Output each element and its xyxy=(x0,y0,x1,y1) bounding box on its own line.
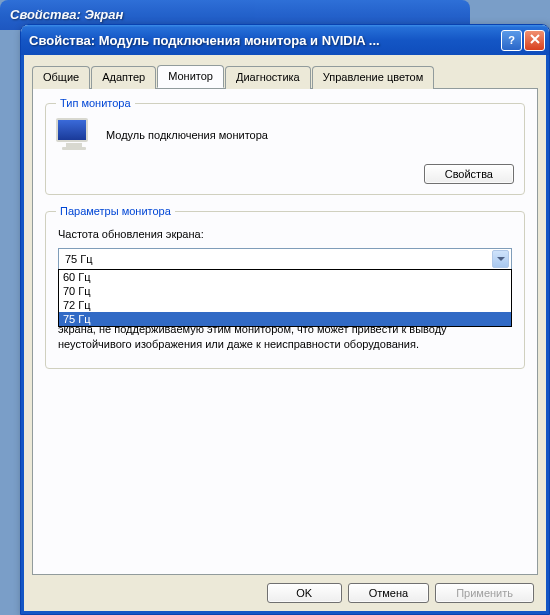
refresh-option-70[interactable]: 70 Гц xyxy=(59,284,511,298)
refresh-rate-combo[interactable]: 75 Гц 60 Гц 70 Гц 72 Гц 75 Гц xyxy=(58,248,512,270)
tab-content-monitor: Тип монитора Модуль подключения монитора… xyxy=(32,88,538,575)
tab-color-management[interactable]: Управление цветом xyxy=(312,66,435,89)
refresh-rate-label: Частота обновления экрана: xyxy=(58,228,512,240)
help-button[interactable]: ? xyxy=(501,30,522,51)
tab-monitor[interactable]: Монитор xyxy=(157,65,224,88)
monitor-type-title: Тип монитора xyxy=(56,97,135,109)
monitor-type-group: Тип монитора Модуль подключения монитора… xyxy=(45,103,525,195)
monitor-properties-button[interactable]: Свойства xyxy=(424,164,514,184)
tab-strip: Общие Адаптер Монитор Диагностика Управл… xyxy=(32,65,538,88)
help-icon: ? xyxy=(508,34,515,46)
properties-dialog: Свойства: Модуль подключения монитора и … xyxy=(20,24,550,615)
ok-button[interactable]: OK xyxy=(267,583,342,603)
apply-button[interactable]: Применить xyxy=(435,583,534,603)
refresh-option-60[interactable]: 60 Гц xyxy=(59,270,511,284)
refresh-option-75[interactable]: 75 Гц xyxy=(59,312,511,326)
cancel-button[interactable]: Отмена xyxy=(348,583,429,603)
close-icon xyxy=(530,34,540,46)
monitor-params-title: Параметры монитора xyxy=(56,205,175,217)
window-title: Свойства: Модуль подключения монитора и … xyxy=(29,33,501,48)
refresh-option-72[interactable]: 72 Гц xyxy=(59,298,511,312)
monitor-icon xyxy=(56,118,92,152)
close-button[interactable] xyxy=(524,30,545,51)
titlebar[interactable]: Свойства: Модуль подключения монитора и … xyxy=(21,25,549,55)
refresh-rate-dropdown-list: 60 Гц 70 Гц 72 Гц 75 Гц xyxy=(58,269,512,327)
tab-diagnostics[interactable]: Диагностика xyxy=(225,66,311,89)
tab-general[interactable]: Общие xyxy=(32,66,90,89)
monitor-params-group: Параметры монитора Частота обновления эк… xyxy=(45,211,525,369)
tab-adapter[interactable]: Адаптер xyxy=(91,66,156,89)
monitor-name: Модуль подключения монитора xyxy=(106,129,268,141)
dialog-buttons: OK Отмена Применить xyxy=(32,575,538,603)
refresh-rate-selected: 75 Гц xyxy=(65,253,492,265)
chevron-down-icon xyxy=(492,250,509,268)
